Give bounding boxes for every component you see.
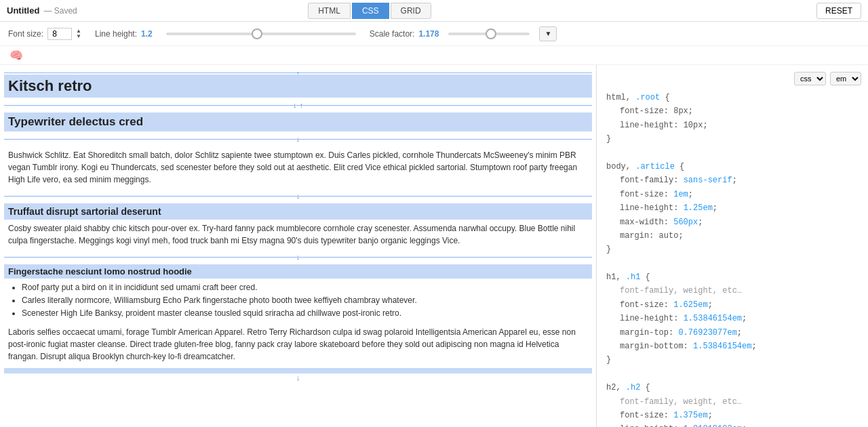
code-line-18: margin-top: 0.76923077em; (620, 326, 859, 340)
scale-factor-label: Scale factor: (370, 29, 415, 39)
code-line-16: font-size: 1.625em; (620, 298, 859, 312)
code-line-6: body, .article { (606, 160, 859, 174)
tab-css[interactable]: CSS (352, 3, 389, 19)
scale-factor-slider-container (448, 33, 530, 35)
line-height-label: Line height: (95, 29, 137, 39)
code-panel: css em html, .root { font-size: 8px; lin… (597, 65, 868, 427)
tab-html[interactable]: HTML (308, 3, 351, 19)
code-line-7: font-family: sans-serif; (620, 174, 859, 187)
code-line-19: margin-bottom: 1.53846154em; (620, 340, 859, 353)
main-area: ↑ Kitsch retro ↓ ↑ Typewriter delectus c… (0, 65, 868, 427)
title-area: Untitled — Saved (7, 5, 115, 16)
code-line-5 (606, 146, 859, 160)
code-line-13 (606, 257, 859, 270)
scale-factor-control: Scale factor: 1.178 ▼ (370, 26, 557, 41)
scale-factor-value: 1.178 (418, 29, 439, 39)
code-line-21 (606, 367, 859, 381)
body2-spacer: ↓ (0, 249, 596, 264)
reset-button[interactable]: RESET (816, 3, 861, 19)
code-line-23: font-family, weight, etc… (620, 395, 859, 409)
line-height-value: 1.2 (141, 29, 153, 39)
code-line-17: line-height: 1.53846154em; (620, 312, 859, 325)
code-line-12: } (606, 243, 859, 256)
code-line-15: font-family, weight, etc… (620, 284, 859, 298)
h2-preview: Typewriter delectus cred (4, 113, 592, 131)
code-block: html, .root { font-size: 8px; line-heigh… (597, 91, 868, 427)
preview-content: ↑ Kitsch retro ↓ ↑ Typewriter delectus c… (0, 65, 596, 379)
code-line-14: h1, .h1 { (606, 270, 859, 284)
code-line-1: html, .root { (606, 91, 859, 104)
code-line-3: line-height: 10px; (620, 119, 859, 132)
saved-status: — Saved (43, 6, 77, 16)
code-line-2: font-size: 8px; (620, 104, 859, 118)
body1-spacer: ↓ (0, 188, 596, 203)
font-size-label: Font size: (8, 29, 43, 39)
h1-spacer: ↓ ↑ (0, 98, 596, 113)
scale-factor-slider-track[interactable] (448, 33, 530, 35)
preview-panel: ↑ Kitsch retro ↓ ↑ Typewriter delectus c… (0, 65, 597, 427)
font-size-input[interactable] (47, 28, 72, 40)
code-line-9: line-height: 1.25em; (620, 201, 859, 215)
font-size-spinner[interactable]: ▲▼ (76, 28, 81, 39)
code-line-22: h2, .h2 { (606, 381, 859, 394)
scale-factor-slider-thumb[interactable] (486, 28, 496, 39)
h3-preview: Truffaut disrupt sartorial deserunt (4, 203, 592, 220)
line-height-slider-thumb[interactable] (252, 28, 262, 39)
h4-preview: Fingerstache nesciunt lomo nostrud hoodi… (4, 264, 592, 279)
bullet-item-2: Scenester High Life Banksy, proident mas… (22, 307, 588, 320)
header-bar: Untitled — Saved HTML CSS GRID RESET (0, 0, 868, 22)
line-height-control: Line height: 1.2 (95, 29, 153, 39)
controls-bar: Font size: ▲▼ Line height: 1.2 Scale fac… (0, 22, 868, 46)
code-unit-select[interactable]: css (794, 72, 826, 85)
body-text-2: Cosby sweater plaid shabby chic kitsch p… (4, 220, 592, 249)
line-height-slider-track[interactable] (166, 33, 356, 35)
bullet-list: Roof party put a bird on it in incididun… (4, 279, 592, 323)
line-height-slider-container (166, 33, 356, 35)
code-line-8: font-size: 1em; (620, 188, 859, 201)
body-text-1: Bushwick Schlitz. Eat Shoreditch small b… (4, 146, 592, 188)
code-line-24: font-size: 1.375em; (620, 409, 859, 422)
icon-bar: 🧠 (0, 46, 868, 65)
document-title: Untitled (7, 5, 39, 16)
bullet-item-0: Roof party put a bird on it in incididun… (22, 281, 588, 294)
code-line-20: } (606, 353, 859, 367)
code-lang-select[interactable]: em (830, 72, 861, 85)
scale-factor-dropdown[interactable]: ▼ (539, 26, 557, 41)
body-text-3: Laboris selfies occaecat umami, forage T… (4, 323, 592, 365)
h2-spacer: ↓ (0, 131, 596, 146)
code-line-25: line-height: 1.81818182em; (620, 422, 859, 427)
font-size-control: Font size: ▲▼ (8, 28, 81, 40)
tab-group: HTML CSS GRID (308, 3, 431, 19)
bottom-blue-bar: ↓ (4, 368, 592, 373)
code-line-10: max-width: 560px; (620, 216, 859, 229)
tab-grid[interactable]: GRID (391, 3, 431, 19)
code-line-4: } (606, 132, 859, 146)
h1-preview: Kitsch retro (4, 75, 592, 98)
bullet-item-1: Carles literally normcore, Williamsburg … (22, 294, 588, 307)
brain-icon[interactable]: 🧠 (7, 46, 26, 65)
code-line-11: margin: auto; (620, 229, 859, 243)
code-panel-header: css em (597, 72, 868, 91)
